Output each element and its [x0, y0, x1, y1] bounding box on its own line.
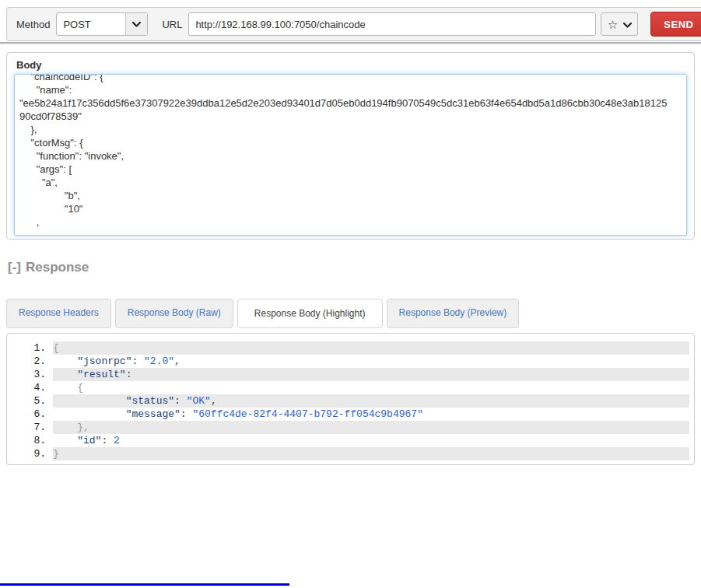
- token: :: [131, 355, 144, 367]
- body-line: "a",: [19, 176, 682, 189]
- tab-response-body-highlight[interactable]: Response Body (Highlight): [237, 299, 383, 328]
- collapse-toggle[interactable]: [-]: [8, 260, 21, 275]
- token: :: [101, 435, 114, 446]
- token: "jsonrpc": [77, 355, 131, 367]
- code-line: 1.{: [12, 341, 689, 355]
- method-select[interactable]: POST: [56, 12, 148, 36]
- token: {: [53, 342, 59, 354]
- token: 2: [114, 435, 120, 446]
- chevron-down-icon[interactable]: [125, 13, 147, 35]
- body-line: "ctorMsg": {: [19, 136, 682, 149]
- send-button[interactable]: SEND: [650, 12, 701, 37]
- star-icon[interactable]: ☆: [608, 19, 618, 30]
- body-line: "function": "invoke",: [19, 149, 682, 163]
- code-line: 5. "status": "OK",: [12, 394, 689, 408]
- body-panel-title: Body: [7, 53, 694, 73]
- body-line: "chaincodeID": {: [19, 74, 682, 83]
- code-line: 3. "result":: [12, 368, 689, 381]
- response-section-title: [-]Response: [8, 260, 89, 275]
- body-line: "args": [: [19, 163, 682, 176]
- url-label: URL: [162, 19, 182, 30]
- token: :: [126, 369, 132, 380]
- token: "60ffc4de-82f4-4407-b792-ff054c9b4967": [192, 408, 422, 420]
- method-selected-value: POST: [57, 13, 125, 35]
- code-content: "message": "60ffc4de-82f4-4407-b792-ff05…: [53, 408, 689, 421]
- token: },: [77, 422, 89, 433]
- line-number: 4.: [12, 381, 53, 394]
- token: "2.0": [144, 355, 174, 367]
- request-bar: Method POST URL ☆ SEND: [6, 7, 701, 41]
- line-number: 3.: [12, 368, 53, 381]
- request-body-panel: Body "chaincodeID": { "name":"ee5b24a1f1…: [6, 52, 695, 240]
- token: :: [174, 395, 187, 407]
- background-window-edge: [0, 583, 289, 586]
- code-line: 8. "id": 2: [12, 434, 689, 447]
- line-number: 9.: [12, 447, 53, 460]
- body-line: 90cd0f78539": [19, 110, 682, 123]
- code-content: "jsonrpc": "2.0",: [53, 355, 689, 368]
- code-content: {: [53, 381, 689, 394]
- code-line: 2. "jsonrpc": "2.0",: [12, 355, 689, 368]
- token: }: [53, 448, 59, 460]
- chevron-down-icon[interactable]: [623, 17, 632, 31]
- body-line: "name":: [19, 83, 682, 96]
- body-line: "b",: [19, 189, 682, 202]
- code-content: "id": 2: [53, 434, 689, 447]
- line-number: 5.: [12, 394, 53, 408]
- token: :: [181, 408, 193, 420]
- token: "status": [126, 395, 174, 407]
- token: "OK": [187, 395, 211, 407]
- code-line: 9.}: [12, 447, 689, 460]
- token: {: [77, 382, 83, 394]
- tab-response-headers[interactable]: Response Headers: [6, 299, 111, 328]
- code-line: 4. {: [12, 381, 689, 394]
- tab-response-body-raw[interactable]: Response Body (Raw): [115, 299, 233, 328]
- code-content: }: [53, 447, 689, 460]
- token: "id": [77, 435, 101, 446]
- token: ,: [174, 355, 181, 367]
- method-label: Method: [16, 19, 50, 30]
- code-line: 6. "message": "60ffc4de-82f4-4407-b792-f…: [12, 408, 689, 421]
- tab-response-body-preview[interactable]: Response Body (Preview): [387, 299, 520, 328]
- line-number: 2.: [12, 355, 53, 368]
- response-highlight-panel: 1.{2. "jsonrpc": "2.0",3. "result":4. {5…: [6, 333, 695, 465]
- code-content: },: [53, 421, 689, 434]
- body-line: "ee5b24a1f17c356dd5f6e37307922e39ddba12e…: [19, 96, 682, 110]
- header-divider: [0, 42, 701, 44]
- body-line: },: [19, 123, 682, 136]
- body-line: "10": [19, 202, 682, 215]
- line-number: 7.: [12, 421, 53, 434]
- token: "message": [126, 408, 181, 420]
- code-content: "result":: [53, 368, 689, 381]
- line-number: 1.: [12, 341, 53, 355]
- token: "result": [77, 369, 125, 380]
- line-number: 6.: [12, 408, 53, 421]
- response-tabs: Response HeadersResponse Body (Raw)Respo…: [6, 299, 519, 328]
- body-line: ,: [19, 215, 682, 229]
- code-content: "status": "OK",: [53, 394, 689, 408]
- url-options-button[interactable]: ☆: [601, 12, 638, 36]
- token: ,: [211, 395, 217, 407]
- line-number: 8.: [12, 434, 53, 447]
- code-line: 7. },: [12, 421, 689, 434]
- body-textarea[interactable]: "chaincodeID": { "name":"ee5b24a1f17c356…: [14, 74, 687, 236]
- response-title-text: Response: [26, 260, 89, 275]
- code-content: {: [53, 341, 689, 355]
- url-input[interactable]: [188, 12, 596, 36]
